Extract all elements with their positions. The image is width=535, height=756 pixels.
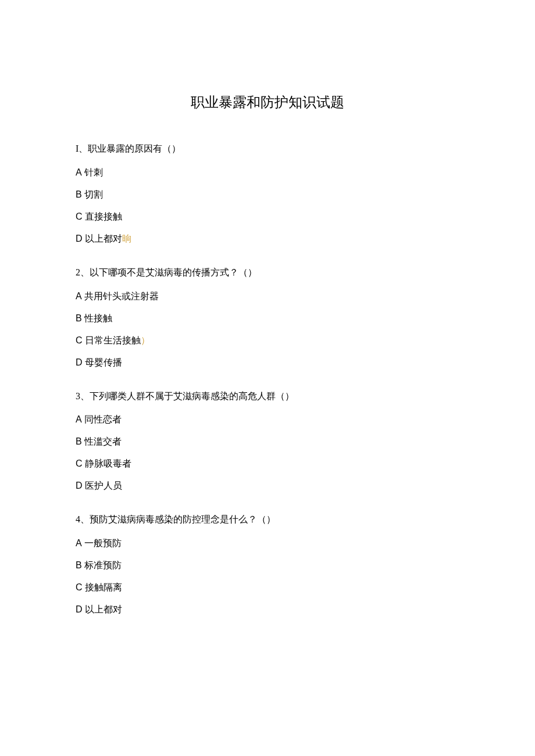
option-text: 同性恋者 — [84, 414, 122, 424]
option-prefix: B — [76, 189, 82, 199]
option-prefix: D — [76, 357, 83, 367]
option-a: A 针刺 — [76, 166, 459, 180]
question-3: 3、下列哪类人群不属于艾滋病毒感染的高危人群（） A 同性恋者 B 性滥交者 C… — [76, 388, 459, 493]
option-d: D 以上都对 — [76, 603, 459, 617]
option-prefix: A — [76, 538, 82, 548]
option-text: 母婴传播 — [85, 357, 122, 367]
question-text: I、职业暴露的原因有（） — [76, 141, 459, 157]
option-prefix: C — [76, 458, 83, 468]
option-text: 接触隔离 — [85, 582, 122, 592]
option-a: A 一般预防 — [76, 536, 459, 550]
option-b: B 性接触 — [76, 311, 459, 325]
option-prefix: D — [76, 604, 83, 614]
question-stem: 预防艾滋病病毒感染的防控理念是什么？（） — [90, 514, 276, 524]
document-title: 职业暴露和防护知识试题 — [76, 93, 459, 112]
question-stem: 下列哪类人群不属于艾滋病毒感染的高危人群（） — [90, 391, 294, 401]
option-c: C 接触隔离 — [76, 581, 459, 594]
option-text: 以上都对 — [85, 234, 122, 243]
question-4: 4、预防艾滋病病毒感染的防控理念是什么？（） A 一般预防 B 标准预防 C 接… — [76, 511, 459, 617]
question-text: 4、预防艾滋病病毒感染的防控理念是什么？（） — [76, 511, 459, 528]
option-c: C 直接接触 — [76, 210, 459, 224]
question-2: 2、以下哪项不是艾滋病毒的传播方式？（） A 共用针头或注射器 B 性接触 C … — [76, 264, 459, 370]
option-text: 医护人员 — [85, 481, 122, 490]
option-text: 日常生活接触 — [85, 335, 141, 345]
option-text: 切割 — [84, 189, 103, 199]
question-number: 3 — [76, 391, 80, 401]
question-stem: 以下哪项不是艾滋病毒的传播方式？（） — [90, 267, 257, 277]
question-stem: 职业暴露的原因有（） — [88, 144, 181, 153]
option-text: 以上都对 — [85, 604, 122, 614]
option-d: D 医护人员 — [76, 479, 459, 493]
option-b: B 标准预防 — [76, 558, 459, 572]
question-number: 2 — [76, 267, 80, 277]
option-text: 直接接触 — [85, 212, 122, 221]
option-d: D 母婴传播 — [76, 356, 459, 370]
option-text: 共用针头或注射器 — [84, 291, 159, 301]
option-prefix: A — [76, 291, 82, 301]
question-1: I、职业暴露的原因有（） A 针刺 B 切割 C 直接接触 D 以上都对晌 — [76, 141, 459, 246]
option-prefix: B — [76, 560, 82, 570]
option-highlight: 晌 — [122, 234, 131, 243]
option-text: 标准预防 — [84, 560, 122, 570]
option-c: C 日常生活接触） — [76, 334, 459, 347]
question-number: I — [76, 144, 79, 153]
option-text: 性滥交者 — [84, 436, 122, 446]
question-text: 3、下列哪类人群不属于艾滋病毒感染的高危人群（） — [76, 388, 459, 405]
option-prefix: C — [76, 212, 83, 221]
option-a: A 共用针头或注射器 — [76, 289, 459, 303]
question-number: 4 — [76, 514, 80, 524]
option-text: 一般预防 — [84, 538, 122, 548]
option-prefix: C — [76, 582, 83, 592]
option-prefix: D — [76, 234, 83, 243]
option-text: 性接触 — [84, 313, 112, 323]
option-prefix: B — [76, 313, 82, 323]
option-prefix: D — [76, 481, 83, 490]
option-prefix: A — [76, 167, 82, 177]
option-prefix: C — [76, 335, 83, 345]
option-b: B 切割 — [76, 188, 459, 202]
option-text: 静脉吸毒者 — [85, 458, 131, 468]
option-highlight: ） — [141, 335, 150, 345]
option-prefix: A — [76, 414, 82, 424]
option-prefix: B — [76, 436, 82, 446]
option-d: D 以上都对晌 — [76, 232, 459, 246]
option-text: 针刺 — [84, 167, 103, 177]
question-text: 2、以下哪项不是艾滋病毒的传播方式？（） — [76, 264, 459, 281]
option-a: A 同性恋者 — [76, 413, 459, 427]
option-b: B 性滥交者 — [76, 435, 459, 449]
option-c: C 静脉吸毒者 — [76, 457, 459, 471]
